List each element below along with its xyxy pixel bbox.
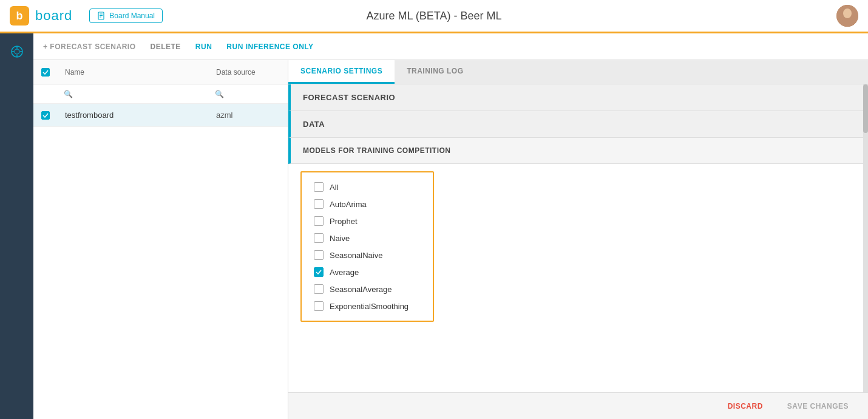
scrollbar-track	[863, 84, 868, 392]
select-all-checkbox[interactable]	[41, 68, 50, 77]
models-list: AllAutoArimaProphetNaiveSeasonalNaiveAve…	[300, 171, 434, 322]
svg-point-8	[15, 49, 19, 54]
right-panel: SCENARIO SETTINGS TRAINING LOG FORECAST …	[288, 60, 868, 419]
scrollbar-thumb[interactable]	[863, 84, 868, 133]
name-column-header: Name	[58, 68, 209, 77]
add-forecast-scenario-button[interactable]: + FORECAST SCENARIO	[43, 43, 136, 51]
forecast-scenario-header: FORECAST SCENARIO	[288, 84, 868, 111]
user-avatar[interactable]	[836, 5, 858, 27]
data-header: DATA	[288, 111, 868, 138]
table-row[interactable]: testfromboard azml	[33, 104, 288, 127]
logo-text: board	[35, 8, 72, 24]
tabs-row: SCENARIO SETTINGS TRAINING LOG	[288, 60, 868, 84]
model-label-seasonalnaive: SeasonalNaive	[330, 251, 382, 260]
model-checkbox-autoarima[interactable]	[314, 199, 324, 209]
model-label-naive: Naive	[330, 234, 350, 243]
bottom-bar: DISCARD SAVE CHANGES	[288, 392, 868, 419]
row-checkbox-cell	[33, 111, 58, 120]
board-manual-label: Board Manual	[109, 12, 155, 20]
model-checkbox-naive[interactable]	[314, 233, 324, 243]
model-checkbox-all[interactable]	[314, 182, 324, 192]
check-header	[33, 68, 58, 77]
model-item-seasonalaverage: SeasonalAverage	[314, 281, 421, 298]
datasource-search-input[interactable]	[224, 90, 282, 98]
left-panel: Name Data source 🔍 🔍	[33, 60, 288, 419]
board-manual-button[interactable]: Board Manual	[89, 9, 163, 23]
save-changes-button[interactable]: SAVE CHANGES	[780, 398, 856, 414]
row-datasource: azml	[209, 111, 288, 120]
svg-point-5	[843, 9, 852, 18]
model-checkbox-prophet[interactable]	[314, 216, 324, 226]
model-checkbox-seasonalaverage[interactable]	[314, 284, 324, 294]
model-label-exponentialsmoothing: ExponentialSmoothing	[330, 302, 409, 311]
model-label-seasonalaverage: SeasonalAverage	[330, 285, 392, 294]
models-section: MODELS FOR TRAINING COMPETITION AllAutoA…	[288, 138, 868, 329]
list-search-row: 🔍 🔍	[33, 84, 288, 104]
name-search-cell: 🔍	[58, 90, 209, 98]
left-sidebar	[0, 33, 33, 419]
data-section: DATA	[288, 111, 868, 138]
search-icon-name: 🔍	[64, 90, 73, 98]
row-checkbox[interactable]	[41, 111, 50, 120]
name-search-input[interactable]	[73, 90, 203, 98]
model-checkbox-exponentialsmoothing[interactable]	[314, 301, 324, 311]
logo-area: b board Board Manual	[10, 6, 163, 26]
top-header: b board Board Manual Azure ML (BETA) - B…	[0, 0, 868, 33]
search-icon-ds: 🔍	[215, 90, 224, 98]
model-checkbox-average[interactable]	[314, 267, 324, 277]
book-icon	[97, 12, 106, 20]
model-label-autoarima: AutoArima	[330, 200, 367, 209]
page-title: Azure ML (BETA) - Beer ML	[366, 10, 501, 22]
delete-button[interactable]: DELETE	[151, 43, 181, 51]
logo-b-icon: b	[10, 6, 29, 26]
tab-scenario-settings[interactable]: SCENARIO SETTINGS	[288, 60, 395, 84]
discard-button[interactable]: DISCARD	[721, 398, 770, 414]
model-item-autoarima: AutoArima	[314, 196, 421, 213]
model-item-exponentialsmoothing: ExponentialSmoothing	[314, 298, 421, 315]
row-name: testfromboard	[58, 111, 209, 120]
model-label-average: Average	[330, 268, 359, 277]
model-item-seasonalnaive: SeasonalNaive	[314, 247, 421, 264]
content-row: Name Data source 🔍 🔍	[33, 60, 868, 419]
sidebar-ml-icon[interactable]	[6, 41, 28, 63]
forecast-scenario-section: FORECAST SCENARIO	[288, 84, 868, 111]
model-item-average: Average	[314, 264, 421, 281]
run-inference-button[interactable]: RUN INFERENCE ONLY	[226, 43, 313, 51]
datasource-column-header: Data source	[209, 68, 288, 77]
models-section-header: MODELS FOR TRAINING COMPETITION	[288, 138, 868, 164]
model-item-prophet: Prophet	[314, 213, 421, 230]
list-header: Name Data source	[33, 60, 288, 84]
main-area: + FORECAST SCENARIO DELETE RUN RUN INFER…	[33, 33, 868, 419]
model-checkbox-seasonalnaive[interactable]	[314, 250, 324, 260]
settings-content: FORECAST SCENARIO DATA MODELS FOR TRAINI…	[288, 84, 868, 392]
model-label-all: All	[330, 183, 338, 192]
datasource-search-cell: 🔍	[209, 90, 288, 98]
model-item-naive: Naive	[314, 230, 421, 247]
tab-training-log[interactable]: TRAINING LOG	[395, 60, 475, 84]
toolbar: + FORECAST SCENARIO DELETE RUN RUN INFER…	[33, 33, 868, 60]
run-button[interactable]: RUN	[195, 43, 212, 51]
model-item-all: All	[314, 179, 421, 196]
model-label-prophet: Prophet	[330, 217, 358, 226]
